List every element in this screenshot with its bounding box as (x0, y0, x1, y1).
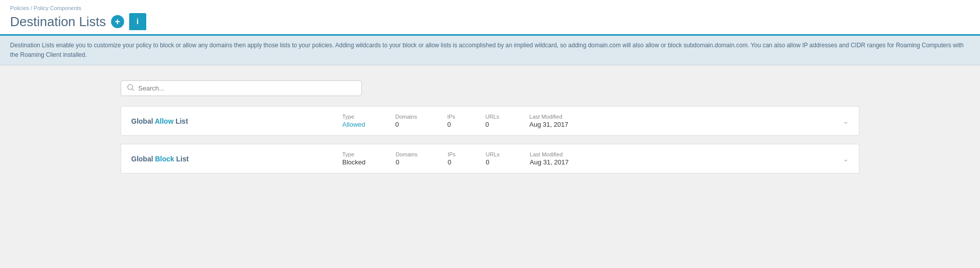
name-suffix-block: List (174, 155, 189, 163)
info-toggle-button[interactable]: i (129, 13, 146, 30)
svg-line-1 (132, 89, 134, 91)
name-prefix-allow: Global (131, 117, 155, 125)
list-item-meta-block: Type Blocked Domains 0 IPs 0 URLs 0 Last… (342, 151, 843, 166)
search-icon (127, 84, 134, 93)
info-banner-text: Destination Lists enable you to customiz… (10, 41, 970, 60)
modified-value-block: Aug 31, 2017 (530, 158, 568, 166)
type-col-allow: Type Allowed (342, 114, 365, 128)
modified-label-allow: Last Modified (529, 114, 568, 120)
domains-col-allow: Domains 0 (396, 114, 417, 128)
type-col-block: Type Blocked (342, 151, 365, 166)
page-title: Destination Lists (10, 14, 106, 30)
list-item-name-allow[interactable]: Global Allow List (131, 117, 342, 125)
urls-col-allow: URLs 0 (485, 114, 500, 128)
urls-col-block: URLs 0 (486, 151, 500, 166)
destination-lists-container: Global Allow List Type Allowed Domains 0… (121, 106, 859, 173)
urls-label-allow: URLs (485, 114, 500, 120)
modified-value-allow: Aug 31, 2017 (529, 121, 568, 128)
header-section: Policies / Policy Components Destination… (0, 0, 980, 36)
main-content: Global Allow List Type Allowed Domains 0… (0, 65, 980, 197)
list-item: Global Block List Type Blocked Domains 0… (121, 144, 859, 173)
domains-value-allow: 0 (396, 121, 417, 128)
ips-label-block: IPs (448, 151, 456, 157)
search-input[interactable] (138, 84, 355, 92)
urls-label-block: URLs (486, 151, 500, 157)
chevron-block[interactable]: ⌄ (843, 155, 849, 163)
modified-col-allow: Last Modified Aug 31, 2017 (529, 114, 568, 128)
type-value-block: Blocked (342, 158, 365, 166)
ips-value-block: 0 (448, 158, 456, 166)
modified-label-block: Last Modified (530, 151, 568, 157)
type-label-allow: Type (342, 114, 365, 120)
domains-label-allow: Domains (396, 114, 417, 120)
search-box (121, 80, 362, 96)
search-container (121, 80, 859, 96)
name-prefix-block: Global (131, 155, 155, 163)
domains-value-block: 0 (396, 158, 417, 166)
list-item-meta-allow: Type Allowed Domains 0 IPs 0 URLs 0 Last… (342, 114, 843, 128)
type-label-block: Type (342, 151, 365, 157)
modified-col-block: Last Modified Aug 31, 2017 (530, 151, 568, 166)
breadcrumb-policies[interactable]: Policies (10, 5, 29, 11)
ips-value-allow: 0 (447, 121, 455, 128)
list-item-name-block[interactable]: Global Block List (131, 155, 342, 163)
list-item: Global Allow List Type Allowed Domains 0… (121, 106, 859, 136)
type-value-allow: Allowed (342, 121, 365, 128)
add-destination-list-button[interactable]: + (111, 15, 124, 28)
title-row: Destination Lists + i (10, 13, 970, 34)
breadcrumb: Policies / Policy Components (10, 5, 970, 11)
chevron-allow[interactable]: ⌄ (843, 117, 849, 125)
ips-label-allow: IPs (447, 114, 455, 120)
ips-col-allow: IPs 0 (447, 114, 455, 128)
info-banner: Destination Lists enable you to customiz… (0, 36, 980, 65)
domains-label-block: Domains (396, 151, 417, 157)
name-highlight-allow: Allow (155, 117, 173, 125)
domains-col-block: Domains 0 (396, 151, 417, 166)
ips-col-block: IPs 0 (448, 151, 456, 166)
name-suffix-allow: List (173, 117, 188, 125)
name-highlight-block: Block (155, 155, 174, 163)
urls-value-allow: 0 (485, 121, 500, 128)
breadcrumb-policy-components[interactable]: Policy Components (34, 5, 81, 11)
urls-value-block: 0 (486, 158, 500, 166)
